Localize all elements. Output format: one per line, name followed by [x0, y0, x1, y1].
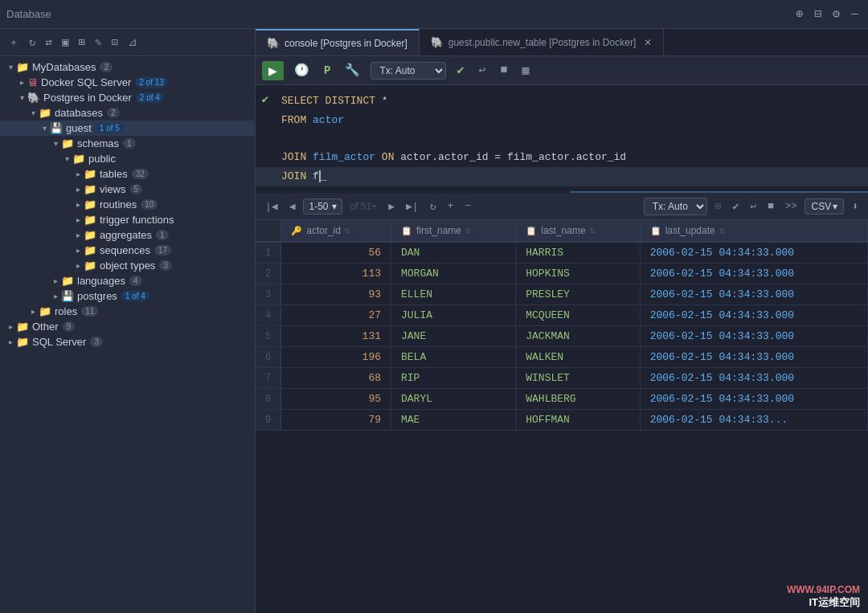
tree-arrow[interactable]: ▸ — [50, 292, 61, 300]
sidebar-refresh-icon[interactable]: ↻ — [26, 34, 39, 51]
results-commit-icon[interactable]: ⊞ — [712, 198, 725, 215]
sidebar-item-other[interactable]: ▸ 📁 Other 9 — [0, 319, 255, 334]
sidebar-item-guest[interactable]: ▾ 💾 guest 1 of 5 — [0, 121, 255, 136]
tree-arrow[interactable]: ▸ — [72, 261, 84, 270]
tree-arrow[interactable]: ▸ — [72, 200, 84, 209]
sidebar-item-docker-sql-server[interactable]: ▸ 🖥 Docker SQL Server 2 of 13 — [0, 75, 255, 90]
first-page-btn[interactable]: |◀ — [262, 198, 281, 215]
tree-arrow[interactable]: ▸ — [72, 246, 84, 255]
tab-new_table[interactable]: 🐘 guest.public.new_table [Postgres in Do… — [420, 29, 664, 55]
col-header-last_name[interactable]: 📋last_name⇅ — [516, 220, 640, 242]
add-icon[interactable]: ⊕ — [792, 5, 806, 23]
refresh-btn[interactable]: ↻ — [427, 198, 440, 215]
sidebar-item-trigger-functions[interactable]: ▸ 📁 trigger functions — [0, 212, 255, 227]
sidebar-edit-icon[interactable]: ✎ — [92, 34, 104, 51]
sidebar-item-schemas[interactable]: ▾ 📁 schemas 1 — [0, 136, 255, 151]
prev-page-btn[interactable]: ◀ — [286, 198, 299, 215]
tree-arrow[interactable]: ▸ — [5, 322, 16, 331]
sidebar-item-postgres[interactable]: ▸ 💾 postgres 1 of 4 — [0, 288, 255, 304]
stop-icon[interactable]: ■ — [496, 62, 511, 79]
sidebar-add-icon[interactable]: ＋ — [5, 34, 23, 51]
sidebar-item-tables[interactable]: ▸ 📁 tables 32 — [0, 166, 255, 182]
delete-row-btn[interactable]: − — [461, 198, 474, 214]
last-page-btn[interactable]: ▶| — [403, 198, 422, 215]
tree-arrow[interactable]: ▸ — [16, 78, 27, 87]
history-icon[interactable]: 🕐 — [290, 61, 313, 80]
cell-last-update: 2006-02-15 04:34:33.000 — [640, 326, 867, 347]
sidebar-item-mydatabases[interactable]: ▾ 📁 MyDatabases 2 — [0, 59, 255, 75]
results-table-wrap[interactable]: 🔑actor_id⇅📋first_name⇅📋last_name⇅📋last_u… — [256, 220, 868, 613]
settings-icon[interactable]: ⚙ — [829, 5, 843, 23]
rollback-icon[interactable]: ↩ — [474, 61, 489, 80]
sidebar-square-icon[interactable]: ▣ — [59, 34, 72, 51]
sidebar-item-databases[interactable]: ▾ 📁 databases 2 — [0, 105, 255, 121]
tree-label: postgres — [77, 290, 117, 302]
tree-arrow[interactable]: ▾ — [16, 93, 27, 102]
sidebar-item-postgres-in-docker[interactable]: ▾ 🐘 Postgres in Docker 2 of 4 — [0, 90, 255, 105]
proc-icon[interactable]: P — [320, 63, 334, 79]
tree-arrow[interactable]: ▸ — [72, 170, 84, 178]
layout-icon[interactable]: ▦ — [518, 61, 533, 80]
col-header-first_name[interactable]: 📋first_name⇅ — [391, 220, 516, 242]
col-header-actor_id[interactable]: 🔑actor_id⇅ — [281, 220, 391, 242]
sidebar-item-public[interactable]: ▾ 📁 public — [0, 151, 255, 166]
cell-last-name: WAHLBERG — [516, 389, 640, 410]
tree-badge: 3 — [90, 337, 103, 347]
editor-area[interactable]: ✔ SELECT DISTINCT * FROM actor JOIN film… — [256, 85, 868, 193]
tree-label: languages — [77, 275, 125, 287]
wrench-icon[interactable]: 🔧 — [341, 61, 364, 80]
col-header-last_update[interactable]: 📋last_update⇅ — [640, 220, 867, 242]
sidebar-item-routines[interactable]: ▸ 📁 routines 10 — [0, 197, 255, 212]
autocomplete-dropdown[interactable]: 🗄 film ON film_actor.film_id = film.film… — [569, 191, 868, 193]
sidebar-sync-icon[interactable]: ⇄ — [42, 34, 55, 51]
results-rollback-icon[interactable]: ↩ — [747, 198, 760, 215]
sidebar-item-languages[interactable]: ▸ 📁 languages 4 — [0, 273, 255, 288]
commit-icon[interactable]: ✔ — [452, 61, 468, 80]
add-row-btn[interactable]: + — [444, 198, 457, 214]
sidebar-item-aggregates[interactable]: ▸ 📁 aggregates 1 — [0, 227, 255, 243]
results-stop-icon[interactable]: ■ — [764, 198, 777, 214]
tree-arrow[interactable]: ▾ — [39, 124, 50, 133]
sidebar-table-icon[interactable]: ⊞ — [75, 34, 88, 51]
download-btn[interactable]: ⬇ — [849, 198, 862, 215]
watermark-text: IT运维空间 — [809, 595, 860, 610]
sidebar-item-views[interactable]: ▸ 📁 views 5 — [0, 182, 255, 197]
editor-line-2[interactable]: FROM actor — [256, 111, 868, 130]
tree-arrow[interactable]: ▸ — [27, 307, 39, 316]
autocomplete-item-0[interactable]: 🗄 film ON film_actor.film_id = film.film… — [570, 192, 868, 193]
next-page-btn[interactable]: ▶ — [385, 198, 398, 215]
tree-arrow[interactable]: ▾ — [5, 63, 16, 72]
tree-arrow[interactable]: ▸ — [50, 276, 61, 285]
tree-arrow[interactable]: ▾ — [27, 108, 39, 117]
page-size-dropdown[interactable]: ▾ — [332, 201, 337, 212]
tx-select[interactable]: Tx: Auto Tx: None Tx: Manual — [371, 62, 446, 80]
results-tx-select[interactable]: Tx: Auto — [644, 198, 707, 215]
editor-line-3[interactable] — [256, 130, 868, 148]
editor-line-1[interactable]: ✔ SELECT DISTINCT * — [256, 92, 868, 111]
tree-arrow[interactable]: ▸ — [72, 231, 84, 239]
tab-console[interactable]: 🐘 console [Postgres in Docker] — [256, 29, 420, 55]
cell-last-name: HOFFMAN — [516, 410, 640, 431]
csv-export-btn[interactable]: CSV ▾ — [805, 198, 844, 215]
sidebar-item-sql-server[interactable]: ▸ 📁 SQL Server 3 — [0, 334, 255, 349]
cell-last-update: 2006-02-15 04:34:33.000 — [640, 284, 867, 305]
split-icon[interactable]: ⊟ — [811, 5, 825, 23]
tree-arrow[interactable]: ▸ — [5, 337, 16, 346]
editor-line-4[interactable]: JOIN film_actor ON actor.actor_id = film… — [256, 148, 868, 167]
run-button[interactable]: ▶ — [262, 61, 284, 80]
tree-arrow[interactable]: ▾ — [50, 139, 61, 148]
minus-icon[interactable]: — — [848, 6, 862, 22]
sidebar-item-sequences[interactable]: ▸ 📁 sequences 17 — [0, 243, 255, 258]
sidebar-item-object-types[interactable]: ▸ 📁 object types 3 — [0, 258, 255, 273]
tab-close-new_table[interactable]: ✕ — [644, 37, 652, 48]
sidebar-item-roles[interactable]: ▸ 📁 roles 11 — [0, 304, 255, 319]
tree-arrow[interactable]: ▸ — [72, 185, 84, 194]
tree-arrow[interactable]: ▸ — [72, 215, 84, 224]
results-check-icon[interactable]: ✔ — [730, 198, 743, 215]
editor-line-5[interactable]: JOIN f_ — [256, 167, 868, 186]
sidebar-view-icon[interactable]: ⊡ — [108, 34, 121, 51]
results-toolbar: |◀ ◀ 1-50 ▾ of 51+ ▶ ▶| ↻ + − Tx: Auto ⊞… — [256, 193, 868, 220]
tree-arrow[interactable]: ▾ — [61, 154, 72, 163]
page-info[interactable]: 1-50 ▾ — [303, 198, 342, 215]
sidebar-filter-icon[interactable]: ⊿ — [125, 34, 141, 51]
